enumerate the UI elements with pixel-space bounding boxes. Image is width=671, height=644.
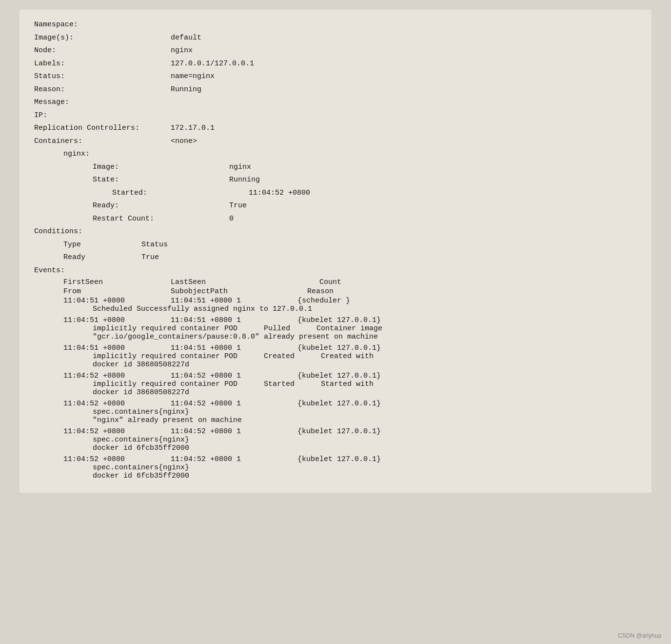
event-row: 11:04:52 +080011:04:52 +0800 1{kubelet 1… — [34, 455, 637, 480]
reason-row: Reason: Running — [34, 84, 637, 96]
event-message: spec.containers{nginx} "nginx" already p… — [34, 408, 637, 424]
event-from: {kubelet 127.0.0.1} — [297, 344, 381, 352]
image-label: Image: — [93, 162, 229, 173]
containers-value: <none> — [171, 136, 197, 147]
status-row: Status: name=nginx — [34, 71, 637, 82]
restart-value: 0 — [229, 214, 234, 225]
event-row1: 11:04:52 +080011:04:52 +0800 1{kubelet 1… — [34, 400, 637, 408]
firstseen-header: FirstSeen — [63, 278, 171, 286]
events-header: Events: — [34, 265, 637, 277]
ready-label: Ready: — [93, 201, 229, 212]
event-message: Scheduled Successfully assigned nginx to… — [34, 305, 637, 313]
lastseen-header: LastSeen — [171, 278, 307, 286]
event-message: spec.containers{nginx} docker id 6fcb35f… — [34, 436, 637, 452]
message-label: Message: — [34, 97, 171, 108]
event-row: 11:04:51 +080011:04:51 +0800 1{scheduler… — [34, 297, 637, 313]
event-lastseen: 11:04:52 +0800 1 — [171, 455, 297, 463]
cond-type-header: Type — [63, 240, 141, 251]
reason-value: Running — [171, 84, 201, 96]
event-firstseen: 11:04:52 +0800 — [63, 372, 171, 380]
reason-label: Reason: — [34, 84, 171, 96]
nginx-label: nginx: — [63, 149, 200, 160]
labels-row: Labels: 127.0.0.1/127.0.0.1 — [34, 59, 637, 70]
started-label: Started: — [112, 188, 249, 199]
started-value: 11:04:52 +0800 — [249, 188, 310, 199]
event-firstseen: 11:04:52 +0800 — [63, 455, 171, 463]
labels-value: 127.0.0.1/127.0.0.1 — [171, 59, 254, 70]
message-row: Message: — [34, 97, 637, 108]
event-row1: 11:04:51 +080011:04:51 +0800 1{kubelet 1… — [34, 316, 637, 324]
event-lastseen: 11:04:51 +0800 1 — [171, 344, 297, 352]
status-value: name=nginx — [171, 71, 215, 82]
event-row: 11:04:51 +080011:04:51 +0800 1{kubelet 1… — [34, 316, 637, 341]
events-col-headers2: From SubobjectPath Reason — [34, 287, 637, 296]
from-header: From — [63, 287, 171, 296]
event-message: spec.containers{nginx} docker id 6fcb35f… — [34, 463, 637, 480]
event-row: 11:04:52 +080011:04:52 +0800 1{kubelet 1… — [34, 372, 637, 397]
subobjectpath-header: SubobjectPath — [171, 287, 307, 296]
node-value: nginx — [171, 45, 193, 57]
cond-ready-value: True — [141, 252, 159, 263]
conditions-label: Conditions: — [34, 226, 171, 238]
conditions-header: Conditions: — [34, 226, 637, 238]
events-label: Events: — [34, 265, 171, 277]
event-row1: 11:04:52 +080011:04:52 +0800 1{kubelet 1… — [34, 455, 637, 463]
events-list: 11:04:51 +080011:04:51 +0800 1{scheduler… — [34, 297, 637, 480]
event-row1: 11:04:52 +080011:04:52 +0800 1{kubelet 1… — [34, 372, 637, 380]
node-row: Node: nginx — [34, 45, 637, 57]
event-message: implicitly required container POD Pulled… — [34, 324, 637, 341]
event-firstseen: 11:04:52 +0800 — [63, 427, 171, 436]
replication-label: Replication Controllers: — [34, 123, 171, 134]
state-label: State: — [93, 175, 229, 186]
ip-label: IP: — [34, 110, 171, 121]
conditions-col-header: Type Status — [34, 240, 637, 251]
event-row: 11:04:51 +080011:04:51 +0800 1{kubelet 1… — [34, 344, 637, 369]
nginx-section: nginx: — [34, 149, 637, 160]
ip-row: IP: — [34, 110, 637, 121]
event-from: {kubelet 127.0.0.1} — [297, 427, 381, 436]
event-lastseen: 11:04:52 +0800 1 — [171, 427, 297, 436]
containers-row: Containers: <none> — [34, 136, 637, 147]
event-from: {kubelet 127.0.0.1} — [297, 400, 381, 408]
restart-label: Restart Count: — [93, 214, 229, 225]
node-label: Node: — [34, 45, 171, 57]
event-firstseen: 11:04:51 +0800 — [63, 316, 171, 324]
event-lastseen: 11:04:51 +0800 1 — [171, 297, 297, 305]
event-message: implicitly required container POD Create… — [34, 352, 637, 369]
images-label: Image(s): — [34, 33, 171, 44]
event-lastseen: 11:04:52 +0800 1 — [171, 400, 297, 408]
started-row: Started: 11:04:52 +0800 — [34, 188, 637, 199]
status-label: Status: — [34, 71, 171, 82]
state-value: Running — [229, 175, 260, 186]
event-lastseen: 11:04:52 +0800 1 — [171, 372, 297, 380]
image-value: nginx — [229, 162, 251, 173]
event-row1: 11:04:51 +080011:04:51 +0800 1{kubelet 1… — [34, 344, 637, 352]
event-firstseen: 11:04:51 +0800 — [63, 297, 171, 305]
images-value: default — [171, 33, 201, 44]
cond-ready-label: Ready — [63, 252, 141, 263]
replication-row: Replication Controllers: 172.17.0.1 — [34, 123, 637, 134]
conditions-data-row: Ready True — [34, 252, 637, 263]
watermark: CSDN @arlyhua — [618, 632, 661, 639]
event-row1: 11:04:51 +080011:04:51 +0800 1{scheduler… — [34, 297, 637, 305]
replication-value: 172.17.0.1 — [171, 123, 215, 134]
ready-row: Ready: True — [34, 201, 637, 212]
namespace-row: Namespace: — [34, 20, 637, 31]
images-row: Image(s): default — [34, 33, 637, 44]
ready-value: True — [229, 201, 247, 212]
count-header: Count — [307, 278, 346, 286]
event-firstseen: 11:04:52 +0800 — [63, 400, 171, 408]
event-from: {scheduler } — [297, 297, 350, 305]
event-from: {kubelet 127.0.0.1} — [297, 316, 381, 324]
containers-label: Containers: — [34, 136, 171, 147]
event-row: 11:04:52 +080011:04:52 +0800 1{kubelet 1… — [34, 400, 637, 424]
image-row: Image: nginx — [34, 162, 637, 173]
state-row: State: Running — [34, 175, 637, 186]
event-row: 11:04:52 +080011:04:52 +0800 1{kubelet 1… — [34, 427, 637, 452]
restart-row: Restart Count: 0 — [34, 214, 637, 225]
event-from: {kubelet 127.0.0.1} — [297, 455, 381, 463]
event-from: {kubelet 127.0.0.1} — [297, 372, 381, 380]
cond-status-header: Status — [141, 240, 168, 251]
labels-label: Labels: — [34, 59, 171, 70]
event-firstseen: 11:04:51 +0800 — [63, 344, 171, 352]
